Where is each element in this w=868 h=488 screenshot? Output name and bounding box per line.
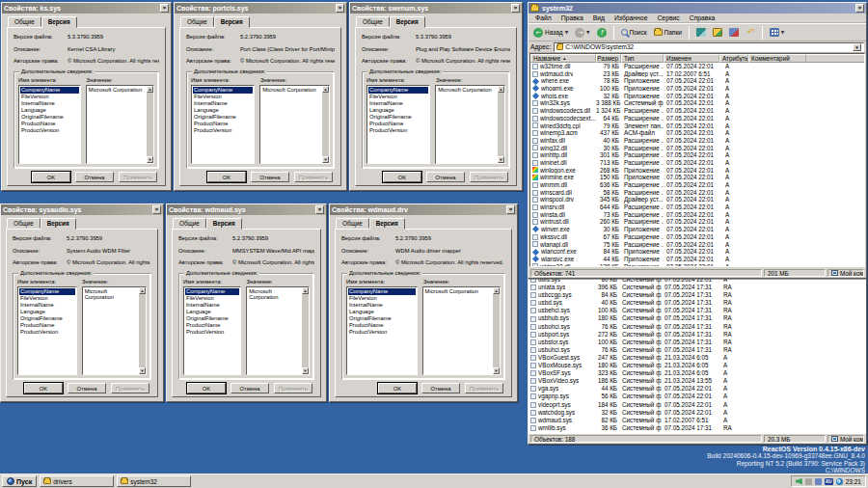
- item-name-listbox[interactable]: CompanyNameFileVersionInternalNameLangua…: [366, 85, 430, 165]
- column-header-size[interactable]: Размер: [596, 54, 621, 63]
- listbox-item[interactable]: InternalName: [348, 302, 416, 309]
- tab-version[interactable]: Версия: [206, 218, 242, 230]
- tab-version[interactable]: Версия: [214, 16, 250, 28]
- listbox-item[interactable]: ProductVersion: [348, 329, 416, 336]
- keyboard-layout-icon[interactable]: RU: [825, 478, 833, 485]
- tab-version[interactable]: Версия: [369, 218, 405, 230]
- delete-button[interactable]: [726, 27, 742, 38]
- listbox-item[interactable]: CompanyName: [348, 288, 416, 295]
- scroll-down-icon[interactable]: ▼: [147, 156, 153, 163]
- ok-button[interactable]: OK: [207, 172, 246, 182]
- column-header-comment[interactable]: Комментарий: [748, 54, 806, 63]
- dialog-titlebar[interactable]: Свойства: sysaudio.sys ×: [1, 204, 163, 215]
- file-row[interactable]: watchdog.sys 32 КБ Системный ф... 07.05.…: [529, 409, 866, 417]
- chevron-down-icon[interactable]: ▼: [586, 30, 589, 35]
- forward-button[interactable]: → ▼: [572, 27, 592, 39]
- listbox-item[interactable]: OriginalFilename: [368, 114, 428, 121]
- tab-version[interactable]: Версия: [41, 218, 76, 230]
- file-row[interactable]: wmilib.sys 36 КБ Системный ф... 07.05.20…: [529, 424, 866, 432]
- ok-button[interactable]: OK: [187, 383, 226, 393]
- file-row[interactable]: usbstor.sys 100 КБ Системный ф... 07.05.…: [529, 339, 866, 346]
- file-row[interactable]: winhttp.dll 301 КБ Расширение ... 07.05.…: [530, 151, 864, 159]
- item-name-listbox[interactable]: CompanyNameFileVersionInternalNameLangua…: [17, 286, 77, 376]
- close-icon[interactable]: ×: [315, 205, 324, 214]
- ok-button[interactable]: OK: [378, 383, 417, 393]
- file-list[interactable]: w32time.dll 79 КБ Расширение ... 07.05.2…: [530, 63, 864, 266]
- item-name-listbox[interactable]: CompanyNameFileVersionInternalNameLangua…: [183, 286, 241, 376]
- listbox-item[interactable]: ProductName: [19, 322, 75, 329]
- file-row[interactable]: wintrust.dll 260 КБ Расширение ... 07.05…: [530, 218, 864, 226]
- file-row[interactable]: winfax.dll 40 КБ Расширение ... 07.05.20…: [530, 137, 864, 145]
- eject-icon[interactable]: [805, 478, 812, 485]
- close-icon[interactable]: ×: [511, 4, 520, 13]
- file-row[interactable]: wdmaud.sys 82 КБ Системный ф... 17.02.20…: [529, 417, 866, 424]
- listbox-item[interactable]: FileVersion: [185, 295, 239, 302]
- folders-button[interactable]: Папки: [651, 28, 685, 37]
- item-name-listbox[interactable]: CompanyNameFileVersionInternalNameLangua…: [191, 85, 255, 165]
- file-row[interactable]: winsrv.dll 644 КБ Расширение ... 07.05.2…: [530, 203, 864, 211]
- ok-button[interactable]: OK: [24, 383, 63, 393]
- scrollbar[interactable]: ▲ ▼: [493, 287, 500, 375]
- column-header-type[interactable]: Тип: [621, 54, 664, 63]
- scroll-up-icon[interactable]: ▲: [498, 86, 504, 93]
- file-row[interactable]: usbhub.sys 180 КБ Системный ф... 07.05.2…: [529, 314, 866, 322]
- file-row[interactable]: VBoxSF.sys 323 КБ Системный ф... 21.03.2…: [529, 369, 866, 377]
- device-icon[interactable]: [815, 478, 822, 485]
- scroll-down-icon[interactable]: ▼: [322, 156, 329, 163]
- file-row[interactable]: winspool.drv 345 КБ Драйвер уст... 07.05…: [530, 196, 864, 203]
- file-row[interactable]: winlogon.exe 268 КБ Приложение 07.05.202…: [530, 167, 864, 175]
- dialog-titlebar[interactable]: Свойства: wdmaud.sys ×: [167, 204, 326, 215]
- views-button[interactable]: ▼: [767, 27, 787, 38]
- listbox-item[interactable]: InternalName: [193, 100, 253, 107]
- close-icon[interactable]: ×: [506, 205, 515, 214]
- file-row[interactable]: uniata.sys 396 КБ Системный ф... 07.05.2…: [529, 284, 866, 291]
- listbox-item[interactable]: ProductVersion: [20, 127, 79, 134]
- column-header-name[interactable]: Название▲: [530, 54, 596, 63]
- scrollbar[interactable]: ▲ ▼: [302, 287, 309, 375]
- item-name-listbox[interactable]: CompanyNameFileVersionInternalNameLangua…: [346, 286, 418, 376]
- scroll-up-icon[interactable]: ▲: [493, 287, 500, 294]
- start-button[interactable]: Пуск: [2, 475, 37, 487]
- copy-to-button[interactable]: [710, 27, 725, 38]
- scroll-down-icon[interactable]: ▼: [498, 156, 504, 163]
- file-row[interactable]: videoprt.sys 184 КБ Системный ф... 07.05…: [529, 401, 866, 409]
- file-row[interactable]: VBoxVideo.sys 186 КБ Системный ф... 21.0…: [529, 377, 866, 385]
- file-list[interactable]: udfs.sys 80 КБ Системный ф... 07.05.2024…: [529, 276, 866, 434]
- listbox-item[interactable]: ProductName: [193, 121, 253, 127]
- listbox-item[interactable]: FileVersion: [19, 295, 75, 302]
- menu-tools[interactable]: Сервис: [652, 14, 684, 21]
- apply-button[interactable]: Применить: [294, 172, 333, 182]
- taskbar-button-system32[interactable]: system32: [117, 475, 191, 487]
- cancel-button[interactable]: Отмена: [251, 172, 289, 182]
- scroll-up-icon[interactable]: ▲: [302, 287, 309, 294]
- listbox-item[interactable]: FileVersion: [368, 94, 428, 100]
- tab-general[interactable]: Общие: [8, 16, 41, 27]
- file-row[interactable]: w32time.dll 79 КБ Расширение ... 07.05.2…: [530, 63, 864, 70]
- file-row[interactable]: wlanapi.dll 75 КБ Расширение ... 07.05.2…: [530, 241, 864, 249]
- listbox-item[interactable]: ProductName: [348, 322, 416, 329]
- window-titlebar[interactable]: system32 ×: [529, 3, 866, 14]
- file-row[interactable]: usbuhci.sys 76 КБ Системный ф... 07.05.2…: [529, 346, 866, 354]
- scroll-up-icon[interactable]: ▲: [147, 86, 153, 93]
- taskbar-clock[interactable]: 23:21: [846, 478, 861, 485]
- apply-button[interactable]: Применить: [465, 383, 503, 393]
- listbox-item[interactable]: FileVersion: [193, 94, 253, 100]
- menu-favorites[interactable]: Избранное: [610, 14, 652, 21]
- file-row[interactable]: wldap32.dll 128 КБ Расширение ... 07.05.…: [530, 263, 864, 266]
- tab-general[interactable]: Общие: [173, 218, 206, 229]
- listbox-item[interactable]: Language: [348, 309, 416, 315]
- file-row[interactable]: windowscodecs.dll 1 324 КБ Расширение ..…: [530, 107, 864, 115]
- undo-button[interactable]: ↶: [743, 27, 758, 38]
- file-row[interactable]: whoami.exe 100 КБ Приложение 07.05.2024 …: [530, 85, 864, 93]
- cancel-button[interactable]: Отмена: [231, 383, 269, 393]
- listbox-item[interactable]: Language: [20, 107, 79, 114]
- listbox-item[interactable]: InternalName: [19, 302, 75, 309]
- listbox-item[interactable]: FileVersion: [348, 295, 416, 302]
- listbox-item[interactable]: ProductVersion: [19, 329, 75, 336]
- ok-button[interactable]: OK: [32, 172, 70, 182]
- scrollbar[interactable]: ▲ ▼: [139, 287, 146, 375]
- apply-button[interactable]: Применить: [274, 383, 312, 393]
- file-row[interactable]: usbohci.sys 76 КБ Системный ф... 07.05.2…: [529, 323, 866, 331]
- listbox-item[interactable]: ProductName: [20, 121, 79, 127]
- listbox-item[interactable]: OriginalFilename: [185, 315, 239, 322]
